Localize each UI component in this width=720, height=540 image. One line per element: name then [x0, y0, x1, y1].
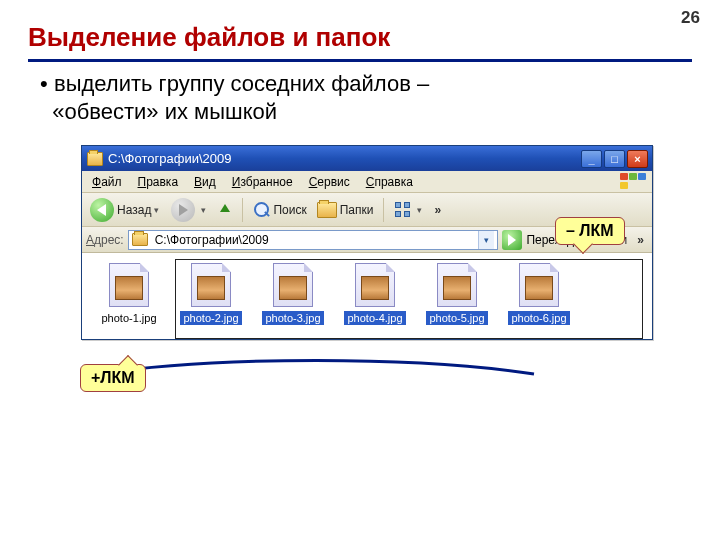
title-divider	[28, 59, 692, 62]
body-line-2: «обвести» их мышкой	[52, 99, 277, 124]
forward-dropdown-icon[interactable]: ▾	[198, 205, 208, 215]
close-button[interactable]: ×	[627, 150, 648, 168]
back-label: Назад	[117, 203, 151, 217]
toolbar-separator	[242, 198, 243, 222]
address-label: Адрес:	[86, 233, 124, 247]
address-input[interactable]: C:\Фотографии\2009 ▾	[128, 230, 499, 250]
up-arrow-icon	[218, 203, 232, 217]
menu-file[interactable]: Файл	[84, 173, 130, 191]
windows-logo-icon	[620, 173, 648, 191]
slide-title: Выделение файлов и папок	[0, 0, 720, 57]
views-dropdown-icon[interactable]: ▾	[414, 205, 424, 215]
folders-button[interactable]: Папки	[313, 197, 378, 223]
body-text: •выделить группу соседних файлов – «обве…	[0, 68, 720, 125]
folders-icon	[317, 202, 337, 218]
address-dropdown-icon[interactable]: ▾	[478, 230, 494, 250]
file-item[interactable]: photo-1.jpg	[90, 263, 168, 325]
menu-tools[interactable]: Сервис	[301, 173, 358, 191]
titlebar[interactable]: C:\Фотографии\2009 _ □ ×	[82, 146, 652, 171]
back-arrow-icon	[90, 198, 114, 222]
menu-help[interactable]: Справка	[358, 173, 421, 191]
back-button[interactable]: Назад ▾	[86, 197, 165, 223]
search-label: Поиск	[273, 203, 306, 217]
window-title: C:\Фотографии\2009	[108, 151, 581, 166]
selection-rectangle	[175, 259, 643, 339]
toolbar-separator-2	[383, 198, 384, 222]
address-path: C:\Фотографии\2009	[155, 233, 269, 247]
back-dropdown-icon[interactable]: ▾	[151, 205, 161, 215]
menu-edit[interactable]: Правка	[130, 173, 187, 191]
body-line-1: выделить группу соседних файлов –	[54, 71, 429, 96]
menu-favorites[interactable]: Избранное	[224, 173, 301, 191]
menubar: Файл Правка Вид Избранное Сервис Справка	[82, 171, 652, 193]
go-button[interactable]	[502, 230, 522, 250]
callout-end-text: – ЛКМ	[566, 222, 614, 240]
page-number: 26	[681, 8, 700, 28]
drag-sweep-line	[96, 354, 536, 376]
callout-end: – ЛКМ	[555, 217, 625, 245]
minimize-button[interactable]: _	[581, 150, 602, 168]
up-button[interactable]	[214, 197, 236, 223]
folders-label: Папки	[340, 203, 374, 217]
maximize-button[interactable]: □	[604, 150, 625, 168]
views-icon	[394, 201, 414, 219]
views-button[interactable]: ▾	[390, 197, 428, 223]
folder-icon	[87, 152, 103, 166]
links-overflow[interactable]: »	[633, 233, 648, 247]
file-thumbnail-icon	[109, 263, 149, 307]
forward-arrow-icon	[171, 198, 195, 222]
bullet: •	[40, 70, 54, 98]
search-button[interactable]: Поиск	[249, 197, 310, 223]
file-pane[interactable]: photo-1.jpg photo-2.jpg photo-3.jpg phot…	[82, 253, 652, 339]
address-folder-icon	[132, 233, 148, 246]
search-icon	[253, 201, 271, 219]
toolbar-overflow[interactable]: »	[430, 203, 445, 217]
menu-view[interactable]: Вид	[186, 173, 224, 191]
forward-button[interactable]: ▾	[167, 197, 212, 223]
file-name: photo-1.jpg	[98, 311, 159, 325]
callout-start: +ЛКМ	[80, 364, 146, 392]
